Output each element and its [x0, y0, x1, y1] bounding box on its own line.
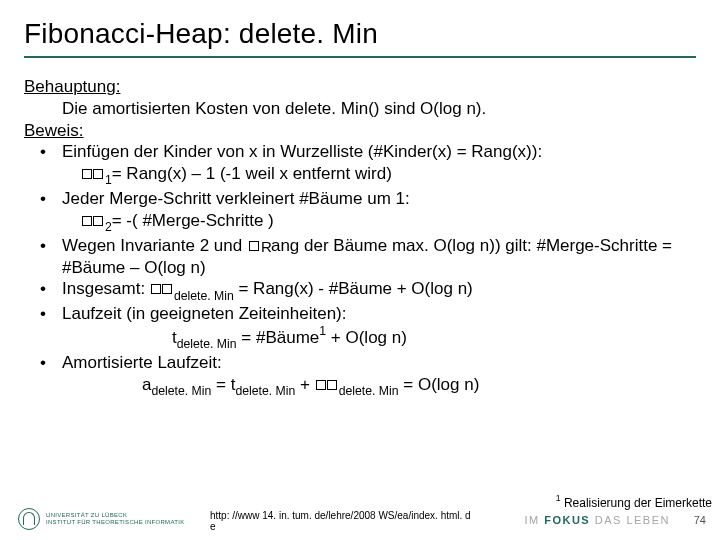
bullet-dot: • [40, 188, 62, 235]
source-line2: e [210, 521, 510, 532]
tagline-pre: IM [524, 514, 544, 526]
bullet-2-rhs: = -( #Merge-Schritte ) [112, 211, 274, 230]
bullet-5-sub: delete. Min [177, 337, 237, 351]
logo-text: UNIVERSITÄT ZU LÜBECK INSTITUT FÜR THEOR… [46, 512, 184, 525]
proof-label: Beweis: [24, 121, 84, 140]
tagline-bold: FOKUS [544, 514, 590, 526]
bullet-1-text: Einfügen der Kinder von x in Wurzelliste… [62, 142, 542, 161]
bullet-6-mid1: = t [211, 375, 235, 394]
bullet-4-sub: delete. Min [174, 289, 234, 303]
logo-line2: INSTITUT FÜR THEORETISCHE INFORMATIK [46, 519, 184, 526]
bullet-dot: • [40, 303, 62, 351]
invariant-r-icon [247, 240, 271, 252]
logo-icon [18, 508, 40, 530]
footnote-sup: 1 [556, 493, 561, 503]
bullet-6-mid2: + [295, 375, 314, 394]
footer: UNIVERSITÄT ZU LÜBECK INSTITUT FÜR THEOR… [0, 492, 720, 534]
delta-phi-icon [82, 215, 104, 227]
bullet-1-rhs: = Rang(x) – 1 (-1 weil x entfernt wird) [112, 164, 392, 183]
university-logo: UNIVERSITÄT ZU LÜBECK INSTITUT FÜR THEOR… [18, 508, 184, 530]
bullet-2-text: Jeder Merge-Schritt verkleinert #Bäume u… [62, 189, 410, 208]
slide-body: Behauptung: Die amortisierten Kosten von… [24, 76, 696, 399]
bullet-6-sub2: delete. Min [235, 384, 295, 398]
delta-phi-icon [151, 283, 173, 295]
claim-text: Die amortisierten Kosten von delete. Min… [24, 98, 696, 120]
bullet-6-sub3: delete. Min [339, 384, 399, 398]
bullet-3: • Wegen Invariante 2 und ang der Bäume m… [24, 235, 696, 279]
bullet-6: • Amortisierte Laufzeit: adelete. Min = … [24, 352, 696, 399]
footnote: 1 Realisierung der Eimerkette [556, 494, 712, 510]
bullet-3-text-a: Wegen Invariante 2 und [62, 236, 247, 255]
bullet-2-sub: 2 [105, 220, 112, 234]
tagline: IM FOKUS DAS LEBEN [524, 514, 670, 526]
bullet-6-text: Amortisierte Laufzeit: [62, 353, 222, 372]
delta-phi-icon [82, 168, 104, 180]
bullet-5-text: Laufzeit (in geeigneten Zeiteinheiten): [62, 304, 346, 323]
slide-title: Fibonacci-Heap: delete. Min [24, 18, 696, 50]
bullet-6-sub1: delete. Min [151, 384, 211, 398]
source-url: http: //www 14. in. tum. de/lehre/2008 W… [210, 510, 510, 532]
bullet-5-rhs-a: = #Bäume [237, 328, 320, 347]
claim-label: Behauptung: [24, 77, 120, 96]
bullet-1: • Einfügen der Kinder von x in Wurzellis… [24, 141, 696, 188]
bullet-4-rhs: = Rang(x) - #Bäume + O(log n) [234, 279, 473, 298]
bullet-5-rhs-b: + O(log n) [326, 328, 407, 347]
bullet-dot: • [40, 141, 62, 188]
bullet-5-sup: 1 [319, 324, 326, 338]
bullet-dot: • [40, 235, 62, 279]
title-rule [24, 56, 696, 58]
bullet-dot: • [40, 352, 62, 399]
delta-phi-icon [316, 379, 338, 391]
bullet-6-rhs: = O(log n) [399, 375, 480, 394]
page-number: 74 [694, 514, 706, 526]
bullet-1-sub: 1 [105, 173, 112, 187]
bullet-4: • Insgesamt: delete. Min = Rang(x) - #Bä… [24, 278, 696, 303]
bullet-4-text-a: Insgesamt: [62, 279, 150, 298]
footnote-text: Realisierung der Eimerkette [561, 496, 712, 510]
bullet-2: • Jeder Merge-Schritt verkleinert #Bäume… [24, 188, 696, 235]
bullet-dot: • [40, 278, 62, 303]
logo-line1: UNIVERSITÄT ZU LÜBECK [46, 512, 184, 519]
bullet-5: • Laufzeit (in geeigneten Zeiteinheiten)… [24, 303, 696, 351]
source-line1: http: //www 14. in. tum. de/lehre/2008 W… [210, 510, 510, 521]
tagline-post: DAS LEBEN [590, 514, 670, 526]
